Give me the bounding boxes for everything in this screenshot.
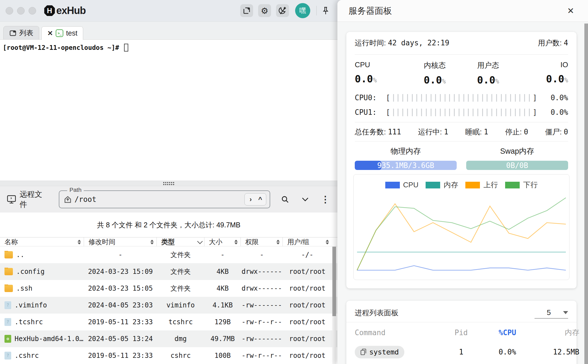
file-size-cell: 49.7MB [204, 335, 241, 343]
kebab-icon: ⋮ [321, 194, 330, 205]
file-name: .ssh [16, 284, 32, 292]
sort-icon[interactable] [276, 240, 280, 244]
table-row[interactable]: ?.cshrc2019-05-11 23:33cshrc100B-rw-r--r… [0, 347, 337, 364]
path-field-label: Path [67, 186, 84, 193]
file-mtime-cell: 2024-03-23 15:05 [84, 284, 157, 292]
tab-list[interactable]: 列表 [3, 26, 39, 39]
gauge-value: 0.0% [539, 94, 568, 102]
file-mtime-cell: 2024-04-05 23:03 [84, 301, 157, 309]
pane-splitter[interactable] [0, 181, 337, 186]
table-row[interactable]: .config2024-03-23 15:09文件夹4KBdrwx------r… [0, 263, 337, 280]
path-value[interactable]: /root [74, 195, 244, 204]
process-row[interactable]: systemd10.0%12.5MB [355, 343, 568, 361]
table-row[interactable]: ..-文件夹---/- [0, 246, 337, 263]
swap-memory-label: Swap内存 [466, 146, 568, 156]
table-row[interactable]: ?.viminfo2024-04-05 23:03viminfo4.1KB-rw… [0, 297, 337, 314]
settings-button[interactable]: ⚙ [258, 4, 271, 17]
search-button[interactable] [280, 194, 290, 205]
process-table-header: CommandPid%CPU内存操作 [355, 328, 568, 337]
process-pid-cell: 1 [439, 348, 484, 356]
more-options-button[interactable]: ⋮ [320, 194, 331, 205]
tab-test[interactable]: ✕ >_ test [41, 26, 83, 40]
terminal-prompt: [root@VM-12-11-opencloudos ~]# [3, 44, 123, 51]
physical-memory-bar: 935.1MB/3.6GB [355, 161, 457, 170]
legend-label: 内存 [444, 180, 458, 190]
file-owner-cell: root/root [283, 284, 332, 292]
page-size-select[interactable]: 5 [535, 307, 568, 319]
stat-value: 0.0% [546, 73, 568, 85]
stat-value: 0.0% [477, 74, 499, 86]
file-icon: ? [4, 301, 11, 309]
column-header-修改时间[interactable]: 修改时间 [84, 237, 157, 246]
chart-legend: CPU内存上行下行 [354, 174, 569, 190]
dropdown-caret-icon [563, 311, 568, 314]
avatar[interactable]: 嘿 [295, 3, 310, 18]
titlebar: H exHub ⚙ 嘿 [0, 0, 337, 21]
process-column-Pid[interactable]: Pid [439, 328, 484, 337]
task-停止:: 停止: 0 [505, 127, 528, 137]
file-size-cell: 4KB [204, 268, 241, 276]
sort-icon[interactable] [150, 240, 154, 244]
column-header-名称[interactable]: 名称 [0, 237, 84, 246]
divider [346, 322, 577, 322]
minimize-window-button[interactable] [17, 7, 25, 15]
file-perm-cell: drwx------ [241, 284, 283, 292]
svg-text:H: H [47, 6, 52, 15]
file-owner-cell: root/root [283, 335, 332, 343]
bracket: ] [531, 94, 539, 102]
divider [355, 141, 568, 141]
zoom-window-button[interactable] [29, 7, 36, 15]
users-text: 用户数: 4 [538, 38, 568, 48]
file-name-cell: ?.viminfo [0, 301, 84, 309]
path-forward-button[interactable]: › [246, 195, 255, 203]
scrollbar-thumb[interactable] [332, 247, 336, 316]
close-panel-button[interactable]: ✕ [564, 6, 577, 16]
scrollbar-thumb[interactable] [584, 24, 588, 364]
file-size-cell: 4KB [204, 284, 241, 292]
file-table-scrollbar[interactable] [332, 247, 336, 364]
column-header-类型[interactable]: 类型 [157, 237, 204, 246]
home-up-icon[interactable] [64, 195, 72, 203]
panel-scrollbar[interactable] [584, 24, 588, 364]
table-row[interactable]: ?.tcshrc2019-05-11 23:33tcshrc129B-rw-r-… [0, 314, 337, 330]
file-name-cell: .ssh [0, 284, 84, 292]
process-column-%CPU[interactable]: %CPU [484, 328, 531, 337]
terminal-area[interactable]: [root@VM-12-11-opencloudos ~]# [0, 40, 337, 181]
sort-icon[interactable] [326, 240, 329, 244]
filter-chevron-icon[interactable] [197, 239, 203, 244]
pin-panel-button[interactable] [319, 4, 332, 17]
gauge-label: CPU1: [355, 108, 384, 116]
process-mem-cell: 12.5MB [531, 348, 579, 356]
column-header-大小[interactable]: 大小 [204, 237, 241, 246]
new-session-button[interactable] [240, 4, 253, 17]
remote-monitor-icon [7, 195, 16, 204]
window-controls [6, 7, 36, 15]
close-window-button[interactable] [6, 7, 13, 15]
folder-icon [4, 285, 13, 292]
process-command-cell: systemd [355, 346, 439, 358]
close-tab-icon[interactable]: ✕ [47, 29, 53, 37]
gauge-pipes [392, 109, 531, 116]
file-size-cell: 100B [204, 352, 241, 360]
command-pill[interactable]: systemd [355, 346, 404, 358]
column-header-权限[interactable]: 权限 [241, 237, 283, 246]
metrics-chart: CPU内存上行下行 [353, 174, 570, 280]
table-row[interactable]: .ssh2024-03-23 15:05文件夹4KBdrwx------root… [0, 280, 337, 297]
file-type-cell: 文件夹 [157, 284, 204, 293]
legend-item-上行: 上行 [465, 180, 498, 190]
task-睡眠:: 睡眠: 1 [465, 127, 488, 137]
column-header-用户/组[interactable]: 用户/组 [283, 237, 332, 246]
sort-icon[interactable] [234, 240, 238, 244]
path-input[interactable]: Path /root › ^ [59, 190, 270, 208]
path-up-button[interactable]: ^ [256, 195, 264, 203]
uptime-text: 运行时间: 42 days, 22:19 [355, 38, 449, 48]
file-size-cell: 4.1KB [204, 301, 241, 309]
sort-icon[interactable] [78, 240, 81, 244]
process-column-内存[interactable]: 内存 [531, 328, 579, 337]
expand-button[interactable] [300, 194, 311, 205]
theme-toggle-button[interactable] [276, 4, 289, 17]
table-row[interactable]: ⚙HexHub-amd64-1.0…2024-05-05 13:24dmg49.… [0, 330, 337, 347]
legend-swatch [465, 182, 480, 188]
process-column-Command[interactable]: Command [355, 328, 439, 337]
file-size-cell: - [204, 251, 241, 259]
